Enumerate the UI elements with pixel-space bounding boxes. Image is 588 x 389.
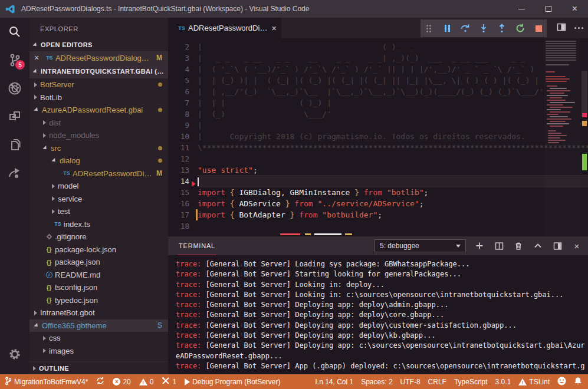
code-editor[interactable]: 23456789101112131415161718 | ( )_ _| _ _… [168, 38, 588, 236]
encoding[interactable]: UTF-8 [400, 378, 421, 386]
debug-target[interactable]: Debug Program (BotServer) [185, 378, 280, 386]
step-into-button[interactable] [476, 21, 492, 36]
tab-close-icon[interactable]: × [271, 23, 277, 33]
minimap[interactable] [544, 38, 581, 236]
scrollbar-slider[interactable] [582, 71, 587, 117]
feedback-smiley[interactable] [557, 377, 566, 387]
search-icon[interactable] [0, 18, 29, 46]
tree-item-images[interactable]: images [29, 345, 168, 358]
stop-button[interactable] [531, 21, 547, 36]
workspace-header[interactable]: INTRANETBOTQUICKSTART.GBAI (WORKSPACE) [29, 64, 168, 78]
maximize-panel-icon[interactable] [552, 240, 563, 251]
code-line[interactable]: | _ _ _ __ _ _ __ _ _ _ _| ,_)(_) ___ _ … [198, 52, 588, 64]
line-number[interactable]: 7 [168, 97, 198, 108]
tree-item-adresetpassworddialogs-ts[interactable]: TSADResetPasswordDialogs.tsM [29, 167, 168, 180]
tree-item-typedoc-json[interactable]: {}typedoc.json [29, 294, 168, 307]
code-line[interactable]: | (_) \___/' [198, 108, 588, 120]
code-line[interactable] [198, 220, 588, 232]
code-line[interactable]: | | ,__/'(_) `\__,_)`\__ |`\__,_)`\__,_)… [198, 86, 588, 97]
tree-item-gitignore[interactable]: .gitignore [29, 230, 168, 243]
cursor-position[interactable]: Ln 14, Col 1 [315, 378, 353, 386]
code-line[interactable]: | ( )_ _ [198, 41, 588, 52]
line-number[interactable]: 12 [168, 153, 198, 164]
tree-item-azureadpasswordreset-gbai[interactable]: AzureADPasswordReset.gbai [29, 104, 168, 117]
tree-item-dist[interactable]: dist [29, 117, 168, 130]
tree-item-package-lock-json[interactable]: {}package-lock.json [29, 243, 168, 256]
open-editors-header[interactable]: OPEN EDITORS [29, 38, 168, 51]
code-line[interactable] [198, 176, 588, 187]
tslint-status[interactable]: !TSLint [518, 378, 550, 386]
code-line[interactable]: | | (_) )| | ( (_| |( (_) |( (_| |( (_| … [198, 75, 588, 86]
tab-terminal[interactable]: TERMINAL [178, 236, 216, 255]
collapse-panel-icon[interactable] [533, 240, 543, 251]
step-out-button[interactable] [494, 21, 510, 36]
split-terminal-icon[interactable] [494, 240, 504, 251]
pause-button[interactable] [439, 21, 455, 36]
tree-item-node-modules[interactable]: node_modules [29, 129, 168, 142]
line-number[interactable]: 8 [168, 108, 198, 120]
code-line[interactable]: | [198, 120, 588, 131]
code-line[interactable]: | ( '_`\ ( '__)/'_` ) /'_`\ /'_` ) /'_` … [198, 64, 588, 75]
close-editor-icon[interactable]: × [34, 53, 44, 62]
share-icon[interactable] [0, 159, 29, 187]
source-control-icon[interactable]: 5 [0, 46, 29, 74]
editor-scrollbar[interactable] [581, 38, 588, 236]
terminal-select[interactable]: 5: debuggee [375, 239, 466, 252]
close-panel-icon[interactable]: × [571, 240, 582, 251]
maximize-button[interactable] [535, 0, 561, 18]
language-mode[interactable]: TypeScript [454, 378, 488, 386]
line-number[interactable]: 15 [168, 187, 198, 198]
warnings-count[interactable]: !0 [139, 378, 154, 386]
debug-grip-handle[interactable] [421, 21, 437, 36]
tree-item-service[interactable]: service [29, 193, 168, 206]
indentation[interactable]: Spaces: 2 [361, 378, 392, 386]
settings-gear-icon[interactable] [0, 340, 29, 368]
kill-terminal-icon[interactable] [513, 240, 524, 251]
sync-button[interactable] [96, 377, 104, 387]
code-line[interactable] [198, 153, 588, 164]
eol-sequence[interactable]: CRLF [428, 378, 446, 386]
debug-icon[interactable] [0, 74, 29, 103]
tree-item-test[interactable]: test [29, 205, 168, 218]
line-number[interactable]: 13 [168, 164, 198, 176]
code-line[interactable]: | Copyright 2018 (c) pragmatismo.io. Tod… [198, 131, 588, 142]
tree-item-package-json[interactable]: {}package.json [29, 256, 168, 269]
step-over-button[interactable] [458, 21, 474, 36]
more-actions-icon[interactable] [574, 27, 583, 29]
tree-item-botserver[interactable]: BotServer [29, 78, 168, 91]
line-number[interactable]: 17 [168, 209, 198, 220]
code-content[interactable]: | ( )_ _| _ _ _ __ _ _ __ _ _ _ _| ,_)(_… [198, 38, 588, 232]
tree-item-office365-gbtheme[interactable]: Office365.gbthemeS [29, 319, 168, 332]
line-number[interactable]: 16 [168, 198, 198, 209]
tree-item-tsconfig-json[interactable]: {}tsconfig.json [29, 281, 168, 294]
terminal-output[interactable]: trace: [General Bot Server] Loading sys … [168, 255, 588, 374]
editor-gutter[interactable]: 23456789101112131415161718 [168, 38, 198, 232]
tree-item-intranetbot-gbot[interactable]: IntranetBot.gbot [29, 306, 168, 319]
line-number[interactable]: 18 [168, 220, 198, 232]
tree-item-index-ts[interactable]: TSindex.ts [29, 218, 168, 231]
tree-item-css[interactable]: css [29, 332, 168, 345]
close-button[interactable]: × [561, 0, 588, 18]
tree-item-dialog[interactable]: dialog [29, 154, 168, 167]
code-line[interactable]: import { IGBDialog, GBMinInstance } from… [198, 187, 588, 198]
tree-item-model[interactable]: model [29, 180, 168, 193]
restart-button[interactable] [513, 21, 528, 36]
split-editor-icon[interactable] [557, 22, 566, 34]
line-number[interactable]: 3 [168, 52, 198, 64]
line-number[interactable]: 9 [168, 120, 198, 131]
open-editor-item[interactable]: × TS ADResetPasswordDialogs.ts M [29, 51, 168, 64]
line-number[interactable]: 11 [168, 142, 198, 153]
tree-item-botlib[interactable]: BotLib [29, 91, 168, 104]
tools-count[interactable]: 1 [162, 377, 176, 387]
notifications-bell[interactable] [574, 377, 582, 387]
errors-count[interactable]: ×20 [113, 378, 130, 386]
version[interactable]: 3.0.1 [495, 378, 511, 386]
code-line[interactable]: \***************************************… [198, 142, 588, 153]
line-number[interactable]: 6 [168, 86, 198, 97]
git-branch-status[interactable]: MigrationToBotFmwV4* [5, 377, 88, 387]
files-icon[interactable] [0, 131, 29, 159]
line-number[interactable]: 10 [168, 131, 198, 142]
code-line[interactable]: | | | ( )_) | [198, 97, 588, 108]
tree-item-readme-md[interactable]: iREADME.md [29, 269, 168, 282]
outline-header[interactable]: OUTLINE [29, 361, 168, 374]
